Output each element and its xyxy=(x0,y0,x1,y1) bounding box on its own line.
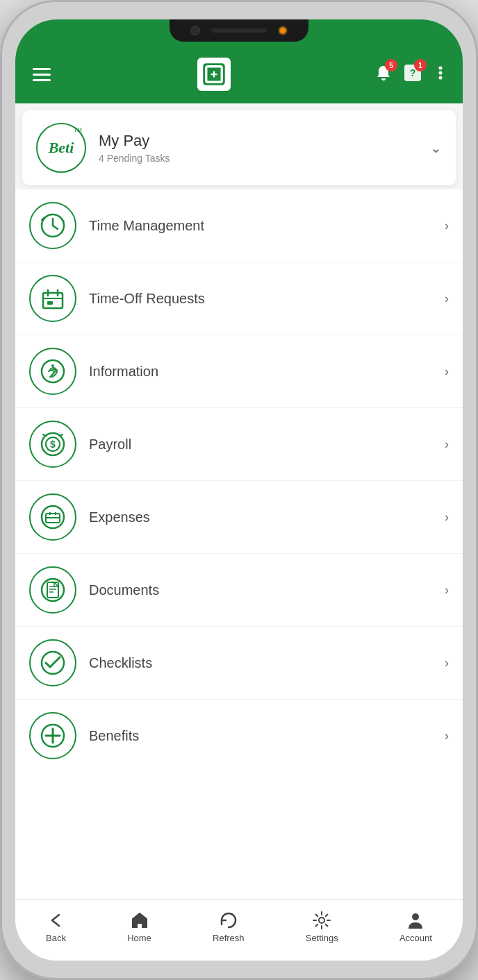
menu-item-documents[interactable]: Documents › xyxy=(15,554,463,627)
svg-text:$: $ xyxy=(50,439,56,450)
menu-item-time-management[interactable]: Time Management › xyxy=(15,189,463,262)
checklists-icon xyxy=(29,639,76,686)
menu-item-benefits[interactable]: Benefits › xyxy=(15,700,463,772)
expenses-icon xyxy=(29,493,76,541)
benefits-icon xyxy=(29,712,76,759)
nav-refresh-button[interactable]: Refresh xyxy=(202,907,255,947)
time-off-icon xyxy=(29,275,76,322)
menu-list: Time Management › Time-Off Requests › xyxy=(15,189,463,899)
information-label: Information xyxy=(89,364,445,380)
my-pay-info: My Pay 4 Pending Tasks xyxy=(99,132,430,164)
more-dots-icon xyxy=(432,63,449,83)
hamburger-menu-button[interactable] xyxy=(29,65,54,85)
home-icon xyxy=(130,911,149,930)
logo-icon xyxy=(201,62,226,87)
svg-rect-12 xyxy=(43,293,63,308)
nav-back-label: Back xyxy=(46,933,66,943)
my-pay-subtitle: 4 Pending Tasks xyxy=(99,153,430,164)
nav-account-button[interactable]: Account xyxy=(389,907,443,947)
benefits-chevron: › xyxy=(445,729,449,743)
payroll-label: Payroll xyxy=(89,437,445,453)
svg-point-8 xyxy=(439,76,443,80)
nav-settings-button[interactable]: Settings xyxy=(295,907,349,947)
nav-settings-label: Settings xyxy=(306,933,338,943)
documents-label: Documents xyxy=(89,582,445,598)
svg-line-11 xyxy=(53,226,58,229)
documents-icon xyxy=(29,566,76,614)
time-management-chevron: › xyxy=(445,219,449,233)
time-management-label: Time Management xyxy=(89,218,445,234)
payroll-icon: $ xyxy=(29,421,76,468)
more-options-button[interactable] xyxy=(432,63,449,85)
nav-back-button[interactable]: Back xyxy=(35,907,76,947)
phone-notch xyxy=(170,19,308,42)
my-pay-card[interactable]: Beti My Pay 4 Pending Tasks ⌄ xyxy=(22,110,456,185)
header-actions: 5 ? 1 xyxy=(374,63,449,85)
svg-point-6 xyxy=(439,67,443,70)
refresh-icon xyxy=(219,911,238,930)
checklists-label: Checklists xyxy=(89,655,445,671)
time-off-chevron: › xyxy=(445,292,449,306)
svg-point-7 xyxy=(439,71,443,75)
phone-frame: 5 ? 1 xyxy=(0,0,478,980)
time-off-label: Time-Off Requests xyxy=(89,291,445,307)
settings-icon xyxy=(312,911,331,930)
beti-logo: Beti xyxy=(36,123,86,173)
expenses-label: Expenses xyxy=(89,509,445,525)
nav-home-label: Home xyxy=(127,933,151,943)
information-chevron: › xyxy=(445,364,449,379)
benefits-label: Benefits xyxy=(89,728,445,744)
notification-badge: 5 xyxy=(385,59,397,71)
svg-point-17 xyxy=(42,360,64,382)
sensor xyxy=(278,26,288,35)
svg-point-18 xyxy=(51,364,54,367)
svg-point-37 xyxy=(412,913,419,920)
svg-rect-16 xyxy=(47,301,53,305)
menu-item-checklists[interactable]: Checklists › xyxy=(15,627,463,700)
menu-item-information[interactable]: Information › xyxy=(15,335,463,408)
nav-home-button[interactable]: Home xyxy=(117,907,162,947)
back-icon xyxy=(47,911,66,930)
bottom-navigation: Back Home Refresh Sett xyxy=(15,899,463,961)
menu-item-time-off-requests[interactable]: Time-Off Requests › xyxy=(15,262,463,335)
my-pay-title: My Pay xyxy=(99,132,430,150)
svg-point-36 xyxy=(319,918,324,923)
expenses-chevron: › xyxy=(445,510,449,525)
nav-refresh-label: Refresh xyxy=(213,933,245,943)
nav-account-label: Account xyxy=(399,933,432,943)
menu-item-payroll[interactable]: $ Payroll › xyxy=(15,408,463,481)
payroll-chevron: › xyxy=(445,437,449,452)
checklists-chevron: › xyxy=(445,656,449,670)
information-icon xyxy=(29,348,76,395)
menu-item-expenses[interactable]: Expenses › xyxy=(15,481,463,554)
notifications-button[interactable]: 5 xyxy=(374,63,393,85)
speaker xyxy=(211,28,267,33)
help-button[interactable]: ? 1 xyxy=(403,63,422,85)
app-logo xyxy=(197,58,231,91)
phone-screen: 5 ? 1 xyxy=(15,19,463,961)
help-badge: 1 xyxy=(414,59,427,71)
camera xyxy=(190,26,200,35)
documents-chevron: › xyxy=(445,583,449,598)
account-icon xyxy=(406,911,425,930)
my-pay-chevron-down: ⌄ xyxy=(430,140,442,156)
time-management-icon xyxy=(29,202,76,249)
